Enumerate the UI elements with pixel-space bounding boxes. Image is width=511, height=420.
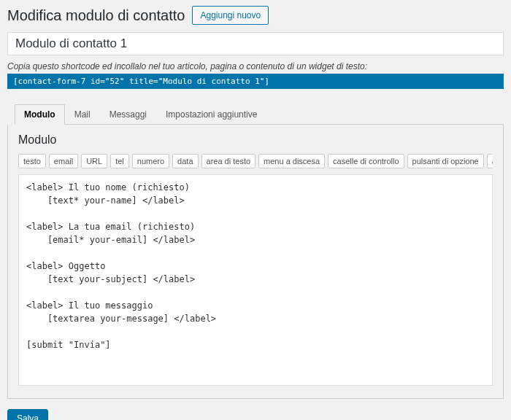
tag-testo[interactable]: testo xyxy=(18,154,46,168)
tabs-nav: Modulo Mail Messaggi Impostazioni aggiun… xyxy=(15,104,504,125)
page-header: Modifica modulo di contatto Aggiungi nuo… xyxy=(7,6,504,25)
add-new-button[interactable]: Aggiungi nuovo xyxy=(192,6,269,25)
save-button[interactable]: Salva xyxy=(7,409,48,420)
form-editor[interactable] xyxy=(18,174,493,386)
tag-url[interactable]: URL xyxy=(81,154,107,168)
tag-area-di-testo[interactable]: area di testo xyxy=(201,154,256,168)
tag-menu-a-discesa[interactable]: menu a discesa xyxy=(258,154,325,168)
tag-email[interactable]: email xyxy=(49,154,78,168)
form-title-input[interactable] xyxy=(7,32,504,55)
shortcode-display[interactable]: [contact-form-7 id="52" title="Modulo di… xyxy=(7,74,504,89)
panel-heading: Modulo xyxy=(18,133,493,147)
tab-modulo[interactable]: Modulo xyxy=(15,104,65,125)
page-title: Modifica modulo di contatto xyxy=(7,7,185,24)
tag-accettazione[interactable]: accettazione xyxy=(487,154,493,168)
tab-messaggi[interactable]: Messaggi xyxy=(100,104,156,125)
shortcode-hint: Copia questo shortcode ed incollalo nel … xyxy=(7,61,504,71)
tag-caselle-di-controllo[interactable]: caselle di controllo xyxy=(328,154,404,168)
tag-numero[interactable]: numero xyxy=(132,154,169,168)
tag-pulsanti-di-opzione[interactable]: pulsanti di opzione xyxy=(407,154,484,168)
panel-modulo: Modulo testo email URL tel numero data a… xyxy=(7,125,504,399)
tab-impostazioni[interactable]: Impostazioni aggiuntive xyxy=(156,104,266,125)
tag-tel[interactable]: tel xyxy=(110,154,129,168)
tab-mail[interactable]: Mail xyxy=(65,104,100,125)
tag-generator-row: testo email URL tel numero data area di … xyxy=(18,154,493,168)
tag-data[interactable]: data xyxy=(172,154,198,168)
